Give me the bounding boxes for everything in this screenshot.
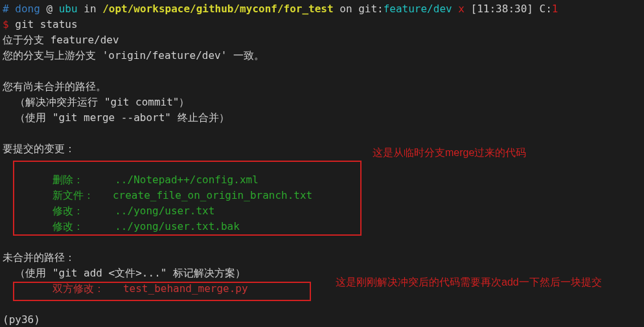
prompt-line-1: # dong @ ubu in /opt/workspace/github/my… xyxy=(3,1,641,17)
prompt-path: /opt/workspace/github/myconf/for_test xyxy=(102,3,333,15)
prompt-c: C: xyxy=(540,3,552,15)
prompt-in: in xyxy=(84,3,96,15)
staged-file-2: 新文件： create_file_on_origin_branch.txt xyxy=(3,188,641,203)
prompt-at: @ xyxy=(46,3,52,15)
blank-3 xyxy=(3,157,641,172)
prompt-cmd: git status xyxy=(15,18,77,30)
blank-5 xyxy=(3,297,641,312)
status-hint-commit: （解决冲突并运行 "git commit"） xyxy=(3,95,641,110)
staged-file-3: 修改： ../yong/user.txt xyxy=(3,203,641,219)
status-unmerged-header: 您有尚未合并的路径。 xyxy=(3,79,641,95)
staged-file-4: 修改： ../yong/user.txt.bak xyxy=(3,219,641,234)
prompt-user: dong xyxy=(15,3,40,15)
prompt-branch: feature/dev xyxy=(384,3,452,15)
prompt-x: x xyxy=(458,3,465,15)
venv-indicator: (py36) xyxy=(3,312,641,327)
status-unmerged-paths: 未合并的路径： xyxy=(3,250,641,265)
prompt-git: git: xyxy=(358,3,384,15)
blank-1 xyxy=(3,63,641,79)
prompt-host: ubu xyxy=(59,3,78,15)
prompt-line-2: $ git status xyxy=(3,17,641,32)
blank-4 xyxy=(3,234,641,250)
prompt-hash: # xyxy=(3,3,9,15)
prompt-cval: 1 xyxy=(552,3,558,15)
status-branch: 位于分支 feature/dev xyxy=(3,32,641,48)
prompt-dollar: $ xyxy=(3,18,9,30)
staged-file-1: 删除： ../Notepad++/config.xml xyxy=(3,172,641,188)
annotation-staged: 这是从临时分支merge过来的代码 xyxy=(373,145,526,161)
status-upstream: 您的分支与上游分支 'origin/feature/dev' 一致。 xyxy=(3,48,641,63)
prompt-time: [11:38:30] xyxy=(471,3,533,15)
blank-2 xyxy=(3,126,641,141)
status-staged-header: 要提交的变更： xyxy=(3,141,641,157)
annotation-unmerged: 这是刚刚解决冲突后的代码需要再次add一下然后一块提交 xyxy=(336,275,634,290)
prompt-on: on xyxy=(339,3,352,15)
status-hint-abort: （使用 "git merge --abort" 终止合并） xyxy=(3,110,641,126)
